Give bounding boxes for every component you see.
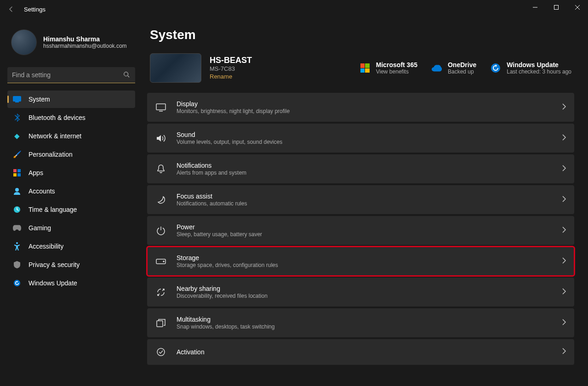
tile-title: Microsoft 365 (376, 61, 417, 68)
minimize-button[interactable] (525, 0, 546, 15)
setting-item-power[interactable]: PowerSleep, battery usage, battery saver (147, 216, 574, 245)
svg-point-1 (124, 72, 128, 76)
setting-desc: Alerts from apps and system (177, 170, 552, 176)
system-header: HS-BEAST MS-7C83 Rename Microsoft 365 Vi… (147, 52, 574, 93)
display-icon (155, 102, 166, 113)
power-icon (155, 225, 166, 236)
chevron-right-icon (562, 319, 566, 327)
nav-label: Windows Update (29, 279, 77, 287)
microsoft-365-tile[interactable]: Microsoft 365 View benefits (360, 61, 417, 75)
rename-link[interactable]: Rename (210, 73, 232, 80)
privacy-icon (13, 261, 21, 269)
svg-point-17 (157, 348, 165, 356)
chevron-right-icon (562, 348, 566, 356)
chevron-right-icon (562, 165, 566, 173)
nav-item-update[interactable]: Windows Update (7, 274, 135, 292)
nav-item-accessibility[interactable]: Accessibility (7, 238, 135, 255)
nav-item-network[interactable]: ◆Network & internet (7, 127, 135, 145)
svg-point-8 (15, 188, 19, 192)
svg-rect-2 (13, 96, 21, 102)
accessibility-icon (13, 242, 21, 250)
nav-item-gaming[interactable]: Gaming (7, 219, 135, 237)
close-button[interactable] (567, 0, 588, 15)
maximize-button[interactable] (546, 0, 567, 15)
setting-title: Display (177, 100, 552, 108)
microsoft-365-icon (360, 62, 371, 74)
chevron-right-icon (562, 288, 566, 296)
user-email: hssharmahimanshu@outlook.com (43, 43, 127, 49)
page-title: System (147, 28, 574, 42)
setting-item-notifications[interactable]: NotificationsAlerts from apps and system (147, 154, 574, 183)
setting-title: Nearby sharing (177, 285, 552, 292)
back-button[interactable] (4, 2, 18, 17)
nav-label: Time & language (29, 206, 77, 213)
setting-title: Storage (177, 254, 552, 261)
svg-rect-6 (13, 173, 17, 176)
nearby-icon (155, 287, 166, 298)
tile-subtitle: Backed up (448, 68, 476, 75)
nav-item-system[interactable]: System (7, 91, 135, 108)
sidebar: Himanshu Sharma hssharmahimanshu@outlook… (0, 18, 143, 386)
nav-item-bluetooth[interactable]: Bluetooth & devices (7, 109, 135, 126)
nav-item-apps[interactable]: Apps (7, 164, 135, 182)
nav-item-privacy[interactable]: Privacy & security (7, 256, 135, 273)
search-icon (123, 71, 130, 79)
setting-desc: Volume levels, output, input, sound devi… (177, 139, 552, 145)
avatar (11, 29, 37, 55)
setting-item-sound[interactable]: SoundVolume levels, output, input, sound… (147, 124, 574, 153)
setting-item-multitasking[interactable]: MultitaskingSnap windows, desktops, task… (147, 308, 574, 337)
update-icon (13, 279, 21, 287)
setting-desc: Snap windows, desktops, task switching (177, 324, 552, 330)
notifications-icon (155, 164, 166, 175)
setting-item-nearby[interactable]: Nearby sharingDiscoverability, received … (147, 278, 574, 307)
titlebar: Settings (0, 0, 588, 18)
chevron-right-icon (562, 227, 566, 235)
svg-rect-5 (17, 169, 21, 172)
svg-rect-3 (15, 102, 19, 102)
bluetooth-icon (13, 114, 21, 122)
svg-point-15 (163, 261, 164, 262)
user-profile[interactable]: Himanshu Sharma hssharmahimanshu@outlook… (7, 23, 135, 63)
setting-item-focus[interactable]: Focus assistNotifications, automatic rul… (147, 185, 574, 214)
window-title: Settings (24, 6, 46, 13)
svg-rect-0 (554, 6, 559, 10)
nav-item-accounts[interactable]: Accounts (7, 182, 135, 200)
setting-desc: Storage space, drives, configuration rul… (177, 262, 552, 268)
multitasking-icon (155, 318, 166, 329)
setting-item-storage[interactable]: StorageStorage space, drives, configurat… (147, 247, 574, 276)
network-icon: ◆ (13, 132, 21, 140)
accounts-icon (13, 187, 21, 195)
svg-rect-13 (156, 104, 166, 110)
nav-label: Network & internet (29, 132, 81, 140)
tile-subtitle: View benefits (376, 68, 417, 75)
chevron-right-icon (562, 134, 566, 142)
setting-desc: Notifications, automatic rules (177, 200, 552, 207)
svg-rect-16 (157, 321, 163, 327)
nav-item-time[interactable]: Time & language (7, 201, 135, 218)
setting-item-display[interactable]: DisplayMonitors, brightness, night light… (147, 93, 574, 122)
setting-desc: Monitors, brightness, night light, displ… (177, 108, 552, 114)
setting-title: Notifications (177, 162, 552, 169)
nav-item-personalization[interactable]: 🖌️Personalization (7, 146, 135, 163)
search-input[interactable] (7, 67, 135, 83)
onedrive-tile[interactable]: OneDrive Backed up (431, 61, 476, 75)
setting-title: Multitasking (177, 316, 552, 323)
setting-item-activation[interactable]: Activation (147, 339, 574, 365)
tile-title: Windows Update (507, 61, 571, 68)
activation-icon (155, 346, 166, 358)
setting-title: Power (177, 223, 552, 231)
storage-icon (155, 256, 166, 267)
main-content: System HS-BEAST MS-7C83 Rename Microsoft… (143, 18, 588, 386)
windows-update-tile[interactable]: Windows Update Last checked: 3 hours ago (490, 61, 571, 75)
settings-list: DisplayMonitors, brightness, night light… (147, 93, 574, 365)
setting-title: Focus assist (177, 193, 552, 200)
nav-label: Accessibility (29, 243, 63, 250)
focus-icon (155, 194, 166, 205)
gaming-icon (13, 224, 21, 232)
nav-label: Apps (29, 169, 43, 176)
chevron-right-icon (562, 103, 566, 112)
device-name: HS-BEAST (210, 56, 311, 65)
device-model: MS-7C83 (210, 65, 311, 72)
chevron-right-icon (562, 196, 566, 204)
svg-rect-7 (17, 173, 21, 176)
